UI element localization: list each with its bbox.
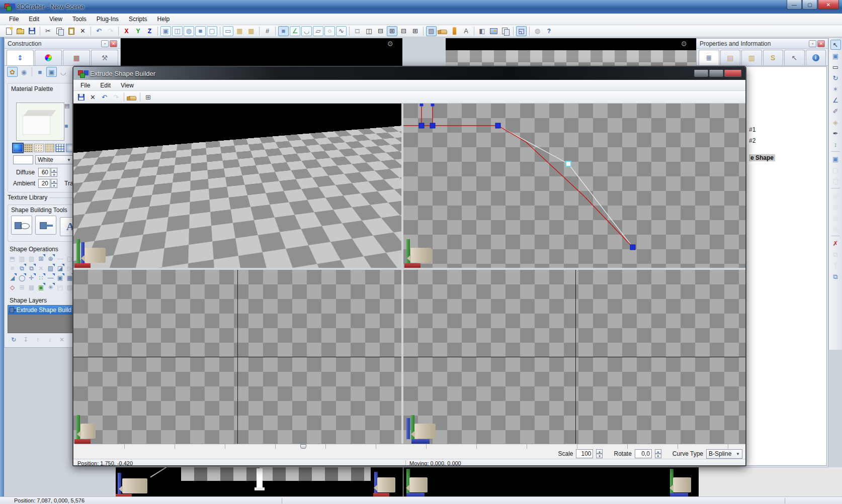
layout-three-bottom-button[interactable]: ⊟	[398, 26, 409, 36]
curve-control-point[interactable]	[630, 245, 635, 250]
camera-view-button[interactable]: ▱	[313, 26, 323, 36]
screen-view-button[interactable]: ◫	[172, 26, 183, 36]
panel-close-button[interactable]: ✕	[817, 40, 825, 47]
dialog-maximize-button[interactable]	[709, 70, 723, 77]
background-image-button[interactable]	[488, 26, 499, 36]
close-button[interactable]: ✕	[818, 0, 839, 10]
op-line-button[interactable]: —	[46, 273, 55, 282]
refresh-rotate-button[interactable]: ↻	[830, 73, 841, 83]
viewport-side[interactable]	[403, 270, 746, 444]
axis-z-button[interactable]: Z	[144, 26, 155, 36]
tab-materials[interactable]	[35, 50, 62, 65]
redo-shape-button[interactable]: ↷	[111, 92, 121, 102]
color-picker-mode-button[interactable]: ◉	[19, 67, 29, 77]
op-columns-button[interactable]: ▥	[18, 254, 26, 263]
refresh-layers-button[interactable]: ↻	[9, 335, 19, 344]
tab-blocks[interactable]: ▦	[63, 50, 90, 65]
current-color-box[interactable]	[13, 155, 33, 164]
shape-cube-mode-button[interactable]: ■	[35, 67, 45, 77]
op-diagonal-button[interactable]: ◪	[56, 264, 64, 272]
delete-axes-button[interactable]: ✗	[830, 238, 841, 248]
op-scale-box-button[interactable]: ▣	[56, 273, 64, 282]
boolean-intersect-button[interactable]: ◎	[830, 213, 841, 223]
marker-tool-button[interactable]	[449, 26, 460, 36]
menu-tools[interactable]: Tools	[67, 14, 92, 24]
op-pattern-button[interactable]: ▩	[27, 283, 36, 291]
annotation-tool-button[interactable]: A	[461, 26, 471, 36]
select-cursor-button[interactable]: ↖	[830, 40, 841, 50]
minimize-button[interactable]: —	[787, 0, 802, 10]
boolean-union-button[interactable]: ◎	[830, 190, 841, 200]
scale-bounds-2-button[interactable]: ▢	[830, 165, 841, 175]
rotate-stepper[interactable]: ▲▼	[655, 449, 661, 458]
swatch-grid-blue[interactable]	[55, 144, 65, 152]
boolean-subtract-button[interactable]: ◎	[830, 201, 841, 212]
curve-control-point[interactable]	[430, 123, 435, 128]
shape-select-mode-button[interactable]: ▣	[46, 67, 57, 77]
world-view-button[interactable]: ◍	[184, 26, 194, 36]
tab-scene-tree[interactable]: ≣	[699, 50, 719, 65]
delete-shape-button[interactable]: ✕	[88, 92, 98, 102]
move-layer-down-button[interactable]: ↓	[45, 335, 55, 344]
move-vertical-button[interactable]: ↕	[830, 139, 841, 149]
op-slice-button[interactable]: ⬒	[8, 254, 17, 263]
tree-item-fragment[interactable]: #1	[749, 126, 755, 133]
maximize-button[interactable]: ▢	[802, 0, 817, 10]
menu-help[interactable]: Help	[152, 14, 175, 24]
layout-quad-alt-button[interactable]: ⊞	[410, 26, 420, 36]
op-texture-frame-button[interactable]: ▣	[37, 283, 45, 291]
layers-button[interactable]	[500, 26, 511, 36]
group-shapes-button[interactable]: ⧉	[830, 249, 841, 259]
delete-layer-button[interactable]: ✕	[57, 335, 67, 344]
op-round-button[interactable]: ◯	[18, 273, 26, 282]
swatch-speckle-1[interactable]	[24, 144, 33, 152]
render-sphere-button[interactable]: ◍	[532, 26, 543, 36]
op-connect-button[interactable]: —	[56, 254, 64, 263]
new-scene-button[interactable]	[4, 26, 14, 36]
light-toggle-button[interactable]: ○	[324, 26, 335, 36]
extrude-preview-button[interactable]	[127, 92, 137, 102]
snap-to-grid-button[interactable]: #	[262, 26, 273, 36]
truck-preview-button[interactable]	[438, 26, 448, 36]
selection-frame-button[interactable]: ▭	[223, 26, 233, 36]
viewport-3d-perspective[interactable]	[73, 104, 401, 268]
transparent-background-button[interactable]: ▨	[426, 26, 437, 36]
copy-button[interactable]	[54, 26, 65, 36]
menu-edit[interactable]: Edit	[24, 14, 44, 24]
viewport-curve-editor[interactable]	[403, 104, 746, 268]
delete-button[interactable]: ✕	[77, 26, 88, 36]
select-all-view-button[interactable]: ▣	[160, 26, 171, 36]
render-window-button[interactable]: ◱	[516, 26, 527, 36]
op-diamond-button[interactable]: ◇	[8, 283, 17, 291]
op-cross-button[interactable]: ✕	[37, 264, 45, 272]
rubik-cube-button[interactable]: ▦	[234, 26, 245, 36]
extrude-shape-tool-button[interactable]	[11, 216, 32, 235]
op-grid-button[interactable]: ⊞	[18, 283, 26, 291]
block-shape-tool-button[interactable]	[35, 216, 56, 235]
panel-minimize-button[interactable]: ▫	[101, 40, 109, 47]
curve-control-point[interactable]	[420, 104, 424, 107]
scale-bounds-3-button[interactable]: ▢	[830, 176, 841, 186]
axes-display-button[interactable]: ∠	[290, 26, 300, 36]
curve-control-point[interactable]	[431, 104, 435, 107]
diffuse-stepper[interactable]: ▲▼	[51, 168, 57, 177]
eyedropper-button[interactable]: ✒	[830, 128, 841, 138]
menu-edit[interactable]: Edit	[95, 80, 116, 90]
layout-single-button[interactable]: □	[352, 26, 363, 36]
grid-toggle-button[interactable]: ⊞	[143, 92, 153, 102]
shape-layers-list[interactable]: Extrude Shape Build	[8, 305, 73, 333]
layout-two-vertical-button[interactable]: ◫	[364, 26, 374, 36]
scale-field[interactable]: 100	[576, 449, 593, 458]
transform-bounds-button[interactable]: ▣	[830, 51, 841, 61]
menu-view[interactable]: View	[44, 14, 67, 24]
op-sphere-divide-button[interactable]: ⊕	[46, 254, 55, 263]
op-invert-button[interactable]: ▨	[46, 264, 55, 272]
tab-move[interactable]: ⇕	[7, 50, 34, 65]
op-copy-down-button[interactable]: ⧉	[27, 264, 36, 272]
panel-close-button[interactable]: ✕	[110, 40, 117, 47]
tree-item-fragment[interactable]: #2	[749, 137, 755, 144]
paste-button[interactable]	[66, 26, 76, 36]
op-shade-button[interactable]: ▨	[27, 254, 36, 263]
scale-bounds-button[interactable]: ▣	[830, 154, 841, 164]
ambient-field[interactable]: 20	[38, 179, 50, 188]
